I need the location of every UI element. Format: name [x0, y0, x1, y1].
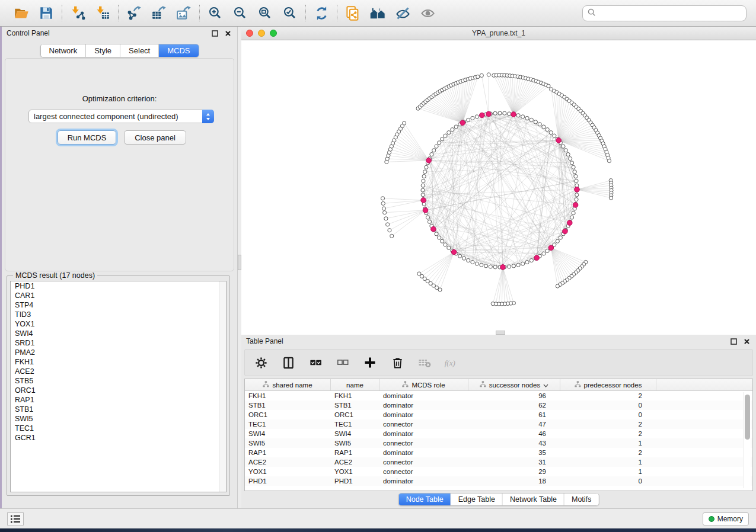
dominator-node[interactable]: [556, 138, 562, 143]
table-cell[interactable]: 18: [468, 477, 560, 485]
mcds-result-item[interactable]: STP4: [11, 300, 226, 310]
dominator-node[interactable]: [500, 265, 506, 270]
ring-node[interactable]: [471, 260, 474, 264]
table-cell[interactable]: connector: [379, 421, 468, 428]
ring-node[interactable]: [422, 174, 426, 178]
leaf-node[interactable]: [556, 284, 559, 288]
dominator-node[interactable]: [534, 255, 540, 261]
ring-node[interactable]: [454, 125, 458, 129]
ring-node[interactable]: [553, 134, 556, 137]
leaf-node[interactable]: [609, 196, 613, 200]
dominator-node[interactable]: [431, 226, 436, 232]
mcds-result-item[interactable]: CAR1: [11, 291, 226, 300]
mcds-result-scrollbar[interactable]: [219, 281, 226, 492]
dominator-node[interactable]: [573, 203, 578, 208]
table-cell[interactable]: FKH1: [245, 392, 331, 399]
table-cell[interactable]: STB1: [331, 402, 379, 409]
table-cell[interactable]: 96: [468, 392, 560, 399]
ring-node[interactable]: [444, 243, 447, 246]
table-cell[interactable]: SWI4: [331, 430, 379, 437]
ring-node[interactable]: [458, 254, 462, 258]
ring-node[interactable]: [542, 125, 546, 129]
export-network-icon[interactable]: [126, 5, 142, 21]
ring-node[interactable]: [542, 252, 546, 255]
ring-node[interactable]: [467, 118, 470, 121]
table-cell[interactable]: PHD1: [245, 477, 331, 485]
leaf-node[interactable]: [384, 217, 388, 220]
ring-node[interactable]: [521, 115, 525, 118]
float-table-panel-icon[interactable]: [729, 336, 738, 346]
leaf-node[interactable]: [476, 75, 480, 78]
ring-node[interactable]: [516, 263, 520, 267]
tab-edge-table[interactable]: Edge Table: [451, 493, 503, 505]
network-canvas[interactable]: [241, 40, 756, 335]
table-row[interactable]: RAP1RAP1dominator352: [245, 448, 752, 457]
table-cell[interactable]: dominator: [379, 402, 468, 409]
table-cell[interactable]: SWI5: [331, 440, 379, 447]
ring-node[interactable]: [430, 152, 433, 156]
ring-node[interactable]: [562, 145, 565, 148]
table-cell[interactable]: 29: [468, 468, 560, 475]
ring-node[interactable]: [503, 111, 506, 115]
mcds-result-item[interactable]: RAP1: [11, 395, 226, 405]
horizontal-splitter-handle[interactable]: [496, 331, 505, 335]
leaf-node[interactable]: [607, 159, 611, 162]
column-header-MCDS-role[interactable]: MCDS role: [379, 379, 468, 390]
table-cell[interactable]: 0: [560, 411, 656, 418]
ring-node[interactable]: [435, 232, 438, 236]
ring-node[interactable]: [438, 236, 441, 239]
table-cell[interactable]: connector: [379, 459, 468, 466]
column-header-successor-nodes[interactable]: successor nodes: [468, 379, 560, 390]
table-cell[interactable]: SWI5: [245, 440, 331, 447]
table-row[interactable]: TEC1TEC1connector472: [245, 419, 752, 429]
ring-node[interactable]: [570, 161, 573, 165]
show-details-icon[interactable]: [419, 5, 436, 21]
ring-node[interactable]: [525, 116, 529, 120]
ring-node[interactable]: [570, 216, 573, 219]
table-cell[interactable]: RAP1: [331, 449, 379, 456]
mcds-result-item[interactable]: PHD1: [11, 281, 226, 291]
table-row[interactable]: ORC1ORC1dominator610: [245, 410, 752, 419]
ring-node[interactable]: [575, 193, 579, 197]
ring-node[interactable]: [475, 262, 479, 265]
zoom-in-icon[interactable]: [207, 5, 224, 21]
table-cell[interactable]: dominator: [379, 430, 468, 437]
ring-node[interactable]: [572, 211, 575, 215]
mcds-result-item[interactable]: TEC1: [11, 424, 226, 433]
table-cell[interactable]: STB1: [245, 402, 331, 409]
table-cell[interactable]: 61: [468, 411, 560, 418]
dominator-node[interactable]: [421, 198, 426, 203]
ring-node[interactable]: [475, 115, 479, 118]
network-window-titlebar[interactable]: YPA_prune.txt_1: [241, 27, 756, 40]
export-image-icon[interactable]: [176, 5, 192, 21]
mcds-result-item[interactable]: GCR1: [11, 433, 226, 443]
ring-node[interactable]: [447, 246, 451, 249]
leaf-node[interactable]: [480, 73, 483, 77]
table-cell[interactable]: YOX1: [245, 468, 331, 475]
dominator-node[interactable]: [486, 111, 492, 117]
leaf-node[interactable]: [487, 73, 490, 76]
leaf-node[interactable]: [403, 121, 406, 125]
table-cell[interactable]: 2: [560, 430, 656, 437]
ring-node[interactable]: [471, 116, 474, 120]
table-cell[interactable]: ORC1: [331, 411, 379, 418]
criterion-dropdown[interactable]: largest connected component (undirected): [28, 110, 214, 123]
mcds-result-item[interactable]: ACE2: [11, 367, 226, 376]
mcds-result-item[interactable]: PMA2: [11, 348, 226, 357]
ring-node[interactable]: [525, 260, 529, 264]
ring-node[interactable]: [575, 198, 578, 201]
ring-node[interactable]: [447, 131, 451, 134]
table-row[interactable]: SWI4SWI4dominator462: [245, 429, 752, 438]
table-row[interactable]: FKH1FKH1dominator962: [245, 391, 752, 400]
leaf-node[interactable]: [383, 211, 387, 214]
ring-node[interactable]: [498, 111, 502, 115]
search-input[interactable]: [599, 9, 741, 18]
run-mcds-button[interactable]: Run MCDS: [58, 130, 116, 145]
table-cell[interactable]: PHD1: [331, 477, 379, 485]
ring-node[interactable]: [435, 145, 438, 148]
table-row[interactable]: SWI5SWI5connector431: [245, 438, 752, 448]
ring-node[interactable]: [441, 137, 444, 141]
leaf-node[interactable]: [388, 229, 391, 232]
open-session-icon[interactable]: [13, 5, 30, 21]
table-cell[interactable]: 46: [468, 430, 560, 437]
